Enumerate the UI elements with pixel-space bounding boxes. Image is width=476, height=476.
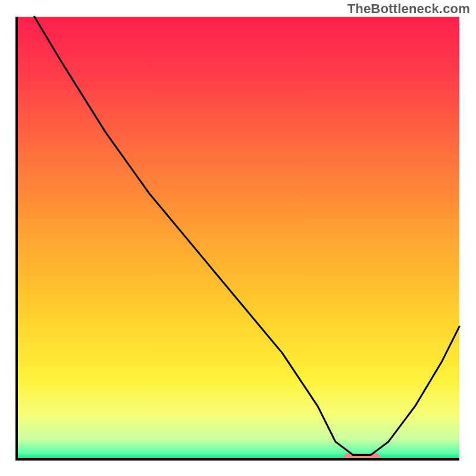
chart-container: TheBottleneck.com	[0, 0, 476, 476]
watermark-label: TheBottleneck.com	[347, 1, 470, 17]
plot-background	[17, 17, 459, 459]
bottleneck-chart	[0, 0, 476, 476]
